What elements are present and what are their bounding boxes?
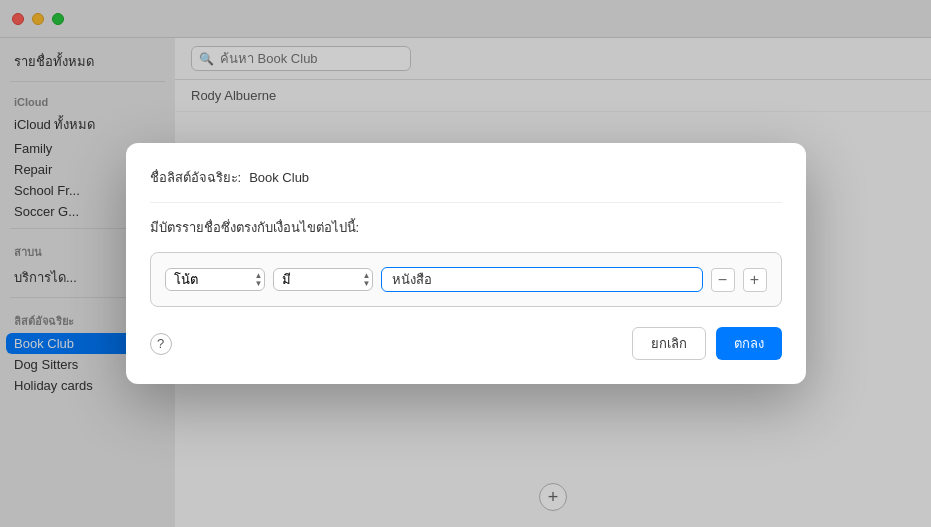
filter-row: โน้ต ชื่อ อีเมล เบอร์โทร ▲ ▼ ม	[165, 267, 767, 292]
filter-value-input[interactable]	[381, 267, 703, 292]
filter-condition-wrapper: มี ไม่มี เริ่มต้นด้วย สิ้นสุดด้วย ▲ ▼	[273, 268, 373, 291]
modal-title-row: ชื่อลิสต์อัจฉริยะ:	[150, 167, 782, 203]
modal-title-label: ชื่อลิสต์อัจฉริยะ:	[150, 167, 242, 188]
modal-footer: ? ยกเลิก ตกลง	[150, 327, 782, 360]
modal-subtitle: มีบัตรรายชื่อซึ่งตรงกับเงื่อนไขต่อไปนี้:	[150, 217, 782, 238]
filter-field-select[interactable]: โน้ต ชื่อ อีเมล เบอร์โทร	[165, 268, 265, 291]
window: รายชื่อทั้งหมด iCloud iCloud ทั้งหมด Fam…	[0, 0, 931, 527]
cancel-button[interactable]: ยกเลิก	[632, 327, 706, 360]
modal-actions: ยกเลิก ตกลง	[632, 327, 782, 360]
modal-overlay: ชื่อลิสต์อัจฉริยะ: มีบัตรรายชื่อซึ่งตรงก…	[0, 0, 931, 527]
smart-list-modal: ชื่อลิสต์อัจฉริยะ: มีบัตรรายชื่อซึ่งตรงก…	[126, 143, 806, 384]
filter-area: โน้ต ชื่อ อีเมล เบอร์โทร ▲ ▼ ม	[150, 252, 782, 307]
modal-title-input[interactable]	[249, 170, 781, 185]
filter-condition-select[interactable]: มี ไม่มี เริ่มต้นด้วย สิ้นสุดด้วย	[273, 268, 373, 291]
help-button[interactable]: ?	[150, 333, 172, 355]
filter-add-button[interactable]: +	[743, 268, 767, 292]
filter-remove-button[interactable]: −	[711, 268, 735, 292]
ok-button[interactable]: ตกลง	[716, 327, 782, 360]
filter-field-wrapper: โน้ต ชื่อ อีเมล เบอร์โทร ▲ ▼	[165, 268, 265, 291]
